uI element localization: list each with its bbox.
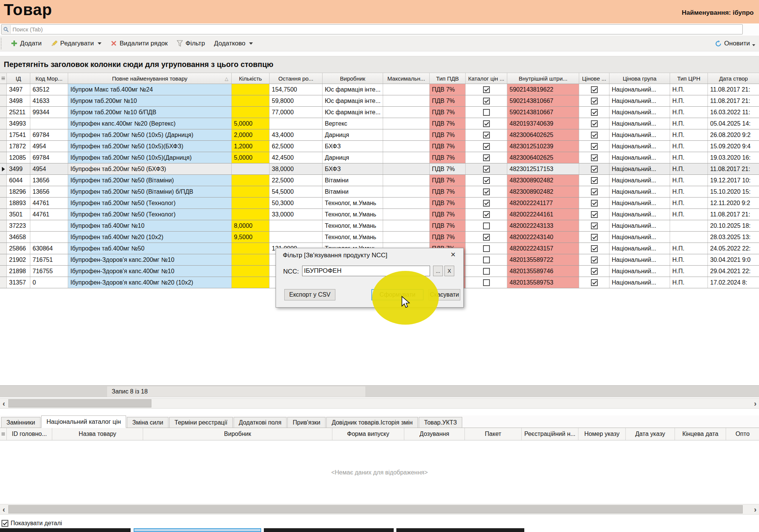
taskbar-segment-active[interactable] xyxy=(134,528,261,532)
checkbox[interactable] xyxy=(591,143,598,150)
table-row[interactable]: 350144761Ібупрофен таб.200мг №50 (Технол… xyxy=(0,209,759,220)
column-header-bar[interactable]: Внутрішній штри... xyxy=(507,73,579,84)
checkbox[interactable] xyxy=(591,279,598,286)
column-header-name[interactable]: Повне найменування товару△ xyxy=(68,73,232,84)
tab-5[interactable]: Прив'язки xyxy=(287,417,326,428)
checkbox[interactable] xyxy=(483,188,490,195)
table-row[interactable]: 34993Ібупрофен капс.400мг №20 (Вертекс)5… xyxy=(0,118,759,129)
checkbox[interactable] xyxy=(483,86,490,93)
table-row[interactable]: 34658Ібупрофен таб.400мг №20 (10х2)9,500… xyxy=(0,232,759,243)
toolbar-grip[interactable] xyxy=(1,38,4,49)
more-button[interactable]: Додатково xyxy=(212,39,255,48)
table-row[interactable]: 37223Ібупрофен таб.400мг №108,0000Технол… xyxy=(0,220,759,232)
taskbar-segment[interactable] xyxy=(396,528,524,532)
checkbox[interactable] xyxy=(483,222,490,229)
show-details-checkbox[interactable] xyxy=(2,520,8,527)
scroll-right-icon[interactable]: › xyxy=(751,398,759,408)
column-header-kod[interactable]: Код Мор... xyxy=(30,73,68,84)
detail-column-header[interactable]: Дозування xyxy=(404,428,465,440)
checkbox[interactable] xyxy=(483,120,490,127)
detail-column-header[interactable]: Реєстраційний н... xyxy=(522,428,578,440)
show-details-toggle[interactable]: Показувати деталі xyxy=(2,518,62,528)
add-button[interactable]: Додати xyxy=(9,39,44,48)
tab-4[interactable]: Додаткові поля xyxy=(234,417,287,428)
table-row[interactable]: 1829613656Ібупрофен таб.200мг №50 (Вітам… xyxy=(0,186,759,198)
browse-button[interactable]: ... xyxy=(433,266,443,276)
table-row[interactable]: 349841633Ібупром таб.200мг №1059,8000Юс … xyxy=(0,95,759,107)
checkbox[interactable] xyxy=(591,234,598,241)
taskbar-segment[interactable] xyxy=(264,528,394,532)
column-header-tsrn[interactable]: Тип ЦРН xyxy=(670,73,708,84)
checkbox[interactable] xyxy=(591,188,598,195)
detail-column-header[interactable]: Опто xyxy=(726,428,759,440)
detail-column-header[interactable]: ID головно... xyxy=(7,428,52,440)
checkbox[interactable] xyxy=(483,132,490,138)
column-header-price[interactable]: Цінове ... xyxy=(579,73,609,84)
scrollbar-thumb[interactable] xyxy=(8,399,151,408)
scroll-right-icon[interactable]: › xyxy=(751,504,759,514)
checkbox[interactable] xyxy=(591,98,598,104)
checkbox[interactable] xyxy=(591,257,598,263)
scrollbar-thumb[interactable] xyxy=(8,505,743,513)
tab-2[interactable]: Зміна сили xyxy=(127,417,168,428)
column-header-last[interactable]: Остання ро... xyxy=(270,73,323,84)
delete-row-button[interactable]: Видалити рядок xyxy=(109,39,170,48)
detail-column-header[interactable]: Номер указу xyxy=(578,428,626,440)
checkbox[interactable] xyxy=(591,211,598,218)
column-header-qty[interactable]: Кількість xyxy=(232,73,270,84)
column-header-cat[interactable]: Каталог цін ... xyxy=(466,73,507,84)
tab-7[interactable]: Товар.УКТЗ xyxy=(419,417,462,428)
taskbar-segment[interactable] xyxy=(0,528,131,532)
checkbox[interactable] xyxy=(591,200,598,207)
table-row[interactable]: 604413656Ібупрофен таб.200мг №50 (Вітамі… xyxy=(0,175,759,186)
detail-column-header[interactable]: Виробник xyxy=(143,428,332,440)
checkbox[interactable] xyxy=(591,120,598,127)
tab-6[interactable]: Довідник товарів.Історія змін xyxy=(326,417,418,428)
table-row[interactable]: 349763512Ібупром Макс таб.400мг №24154,7… xyxy=(0,84,759,95)
table-row[interactable]: 1889344761Ібупрофен таб.200мг №50 (Техно… xyxy=(0,198,759,209)
checkbox[interactable] xyxy=(591,86,598,93)
checkbox[interactable] xyxy=(591,166,598,173)
checkbox[interactable] xyxy=(483,200,490,207)
refresh-button[interactable]: Оновити xyxy=(715,36,755,51)
filter-button[interactable]: Фільтр xyxy=(175,39,207,48)
checkbox[interactable] xyxy=(483,143,490,150)
column-header-id[interactable]: ІД xyxy=(7,73,30,84)
checkbox[interactable] xyxy=(483,211,490,218)
close-icon[interactable]: × xyxy=(448,250,458,260)
checkbox[interactable] xyxy=(483,279,490,286)
checkbox[interactable] xyxy=(591,268,598,275)
checkbox[interactable] xyxy=(483,268,490,275)
tab-3[interactable]: Терміни реєстрації xyxy=(169,417,233,428)
checkbox[interactable] xyxy=(591,177,598,184)
table-row[interactable]: 178724954Ібупрофен таб.200мг №50 (10х5)(… xyxy=(0,141,759,152)
detail-column-header[interactable]: Пакет xyxy=(465,428,522,440)
checkbox[interactable] xyxy=(483,177,490,184)
edit-button[interactable]: Редагувати xyxy=(49,39,103,48)
column-header-max[interactable]: Максимальн... xyxy=(383,73,430,84)
checkbox[interactable] xyxy=(483,98,490,104)
checkbox[interactable] xyxy=(483,234,490,241)
checkbox[interactable] xyxy=(591,222,598,229)
checkbox[interactable] xyxy=(483,245,490,252)
detail-horizontal-scrollbar[interactable]: ‹ › xyxy=(0,504,759,515)
clear-button[interactable]: X xyxy=(444,266,454,276)
checkbox[interactable] xyxy=(483,154,490,161)
grid-horizontal-scrollbar[interactable]: ‹ › xyxy=(0,398,759,409)
column-header-maker[interactable]: Виробник xyxy=(323,73,383,84)
checkbox[interactable] xyxy=(591,132,598,138)
tab-0[interactable]: Замінники xyxy=(1,417,41,428)
table-row[interactable]: 2521199344Ібупром таб.200мг №10 б/ПДВ77,… xyxy=(0,107,759,118)
table-row[interactable]: 1754169784Ібупрофен таб.200мг №50 (10х5)… xyxy=(0,129,759,141)
checkbox[interactable] xyxy=(591,245,598,252)
table-row[interactable]: 1208569784Ібупрофен таб.200мг №50 (10х5)… xyxy=(0,152,759,163)
scroll-left-icon[interactable]: ‹ xyxy=(0,504,8,514)
tab-active[interactable]: Національний каталог цін xyxy=(41,415,126,428)
checkbox[interactable] xyxy=(483,257,490,263)
column-header-grp[interactable]: Цінова група xyxy=(609,73,670,84)
column-header-pdv[interactable]: Тип ПДВ xyxy=(430,73,466,84)
checkbox[interactable] xyxy=(591,109,598,116)
detail-column-header[interactable]: Форма випуску xyxy=(332,428,404,440)
column-header-date[interactable]: Дата створ xyxy=(708,73,759,84)
checkbox[interactable] xyxy=(483,166,490,173)
